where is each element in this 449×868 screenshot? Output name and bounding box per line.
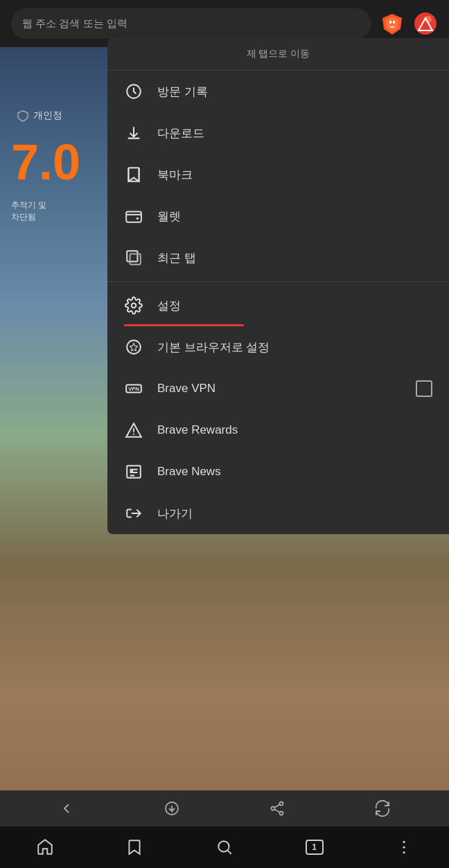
- svg-point-4: [414, 12, 437, 35]
- tabs-nav-button[interactable]: 1: [297, 829, 333, 865]
- menu-item-recent-tabs[interactable]: 최근 탭: [107, 237, 449, 278]
- bottom-toolbar: [0, 790, 449, 826]
- menu-item-history[interactable]: 방문 기록: [107, 71, 449, 112]
- privacy-label: 개인정: [33, 109, 62, 122]
- history-icon: [124, 82, 143, 101]
- menu-item-wallet[interactable]: 월렛: [107, 195, 449, 237]
- menu-item-downloads[interactable]: 다운로드: [107, 112, 449, 154]
- bookmark-icon: [124, 165, 143, 184]
- svg-rect-8: [127, 138, 139, 139]
- privacy-badge: 개인정: [17, 109, 62, 122]
- svg-point-11: [137, 218, 139, 220]
- svg-rect-3: [393, 21, 395, 24]
- tracker-subtitle: 추적기 및 차단됨: [11, 200, 46, 223]
- svg-point-21: [133, 434, 134, 435]
- tracker-count: 7.0: [11, 137, 80, 187]
- svg-point-31: [280, 812, 283, 815]
- svg-point-38: [403, 851, 405, 853]
- menu-item-settings[interactable]: 설정: [107, 285, 449, 326]
- menu-item-exit[interactable]: 나가기: [107, 493, 449, 534]
- menu-item-bookmarks-label: 북마크: [157, 167, 432, 183]
- svg-line-35: [228, 851, 231, 854]
- android-nav-bar: 1: [0, 826, 449, 868]
- home-nav-button[interactable]: [27, 829, 63, 865]
- menu-item-exit-label: 나가기: [157, 506, 432, 522]
- refresh-button[interactable]: [367, 793, 398, 824]
- menu-item-downloads-label: 다운로드: [157, 125, 432, 141]
- shield-icon: [17, 109, 29, 122]
- svg-point-37: [403, 846, 405, 848]
- download-page-button[interactable]: [157, 793, 187, 824]
- svg-line-33: [275, 810, 280, 813]
- rewards-triangle-icon: [124, 420, 143, 440]
- download-icon: [124, 123, 143, 143]
- exit-icon: [124, 504, 143, 523]
- svg-point-30: [272, 807, 275, 811]
- menu-separator-1: [107, 281, 449, 282]
- star-circle-icon: [124, 337, 143, 357]
- menu-item-recent-tabs-label: 최근 탭: [157, 250, 432, 266]
- menu-item-brave-rewards[interactable]: Brave Rewards: [107, 409, 449, 451]
- vpn-icon: VPN: [124, 379, 143, 398]
- brave-rewards-top-button[interactable]: [413, 11, 438, 36]
- svg-rect-10: [126, 212, 141, 222]
- search-nav-button[interactable]: [206, 829, 243, 865]
- menu-item-brave-vpn-label: Brave VPN: [157, 382, 402, 396]
- settings-icon: [124, 296, 143, 315]
- brave-lion-button[interactable]: [380, 11, 405, 36]
- svg-line-32: [275, 805, 280, 808]
- menu-nav-button[interactable]: [386, 829, 422, 865]
- news-icon: [124, 462, 143, 481]
- menu-top-hint: 제 탭으로 이동: [107, 38, 449, 71]
- menu-item-set-default[interactable]: 기본 브라우저로 설정: [107, 326, 449, 368]
- menu-item-brave-news-label: Brave News: [157, 465, 432, 479]
- menu-item-brave-vpn[interactable]: VPN Brave VPN: [107, 368, 449, 409]
- menu-item-brave-rewards-label: Brave Rewards: [157, 423, 432, 437]
- dropdown-menu: 제 탭으로 이동 방문 기록 다운로드 북마크: [107, 38, 449, 534]
- brave-rewards-top-icon: [413, 11, 438, 36]
- svg-rect-2: [389, 21, 391, 24]
- address-bar-text: 웹 주소 검색 또는 입력: [22, 17, 127, 30]
- svg-text:VPN: VPN: [128, 386, 139, 392]
- vpn-checkbox[interactable]: [416, 380, 432, 397]
- back-button[interactable]: [51, 793, 82, 824]
- svg-point-36: [403, 841, 405, 843]
- bookmark-nav-button[interactable]: [116, 829, 152, 865]
- brave-lion-icon: [380, 11, 405, 36]
- recent-tabs-icon: [124, 248, 143, 267]
- svg-point-29: [280, 802, 283, 806]
- menu-item-wallet-label: 월렛: [157, 209, 432, 224]
- menu-item-history-label: 방문 기록: [157, 84, 432, 100]
- menu-item-set-default-label: 기본 브라우저로 설정: [157, 339, 432, 355]
- svg-rect-26: [130, 470, 133, 472]
- share-button[interactable]: [262, 793, 292, 824]
- address-bar[interactable]: 웹 주소 검색 또는 입력: [11, 8, 371, 39]
- svg-rect-13: [130, 254, 141, 265]
- menu-item-bookmarks[interactable]: 북마크: [107, 154, 449, 195]
- tab-count-badge: 1: [306, 840, 324, 855]
- menu-item-settings-label: 설정: [157, 298, 432, 314]
- menu-item-brave-news[interactable]: Brave News: [107, 451, 449, 493]
- svg-point-34: [218, 841, 229, 851]
- wallet-icon: [124, 206, 143, 226]
